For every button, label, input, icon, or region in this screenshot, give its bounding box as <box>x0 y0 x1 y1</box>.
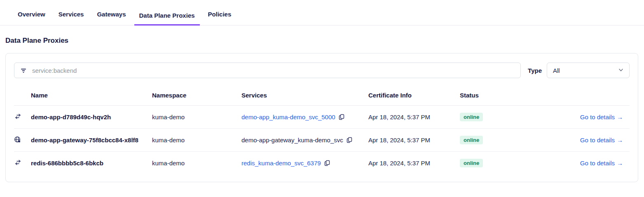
proxy-icon <box>14 159 22 166</box>
copy-icon[interactable] <box>324 160 330 166</box>
column-header-icon <box>14 84 31 106</box>
tab-bar: Overview Services Gateways Data Plane Pr… <box>0 0 644 25</box>
column-header-namespace: Namespace <box>152 84 241 106</box>
filter-input-wrapper <box>14 63 521 78</box>
proxy-name: demo-app-d789d49c-hqv2h <box>31 106 152 129</box>
gateway-globe-icon <box>14 136 21 143</box>
go-to-details-link[interactable]: Go to details→ <box>580 160 623 167</box>
proxy-icon <box>14 113 22 120</box>
arrow-right-icon: → <box>617 137 623 144</box>
tab-data-plane-proxies[interactable]: Data Plane Proxies <box>134 12 200 25</box>
certificate-info: Apr 18, 2024, 5:37 PM <box>368 152 460 175</box>
table-row: redis-686bbbb5c8-6bkcb kuma-demo redis_k… <box>14 152 630 175</box>
column-header-services: Services <box>241 84 368 106</box>
column-header-details <box>526 84 630 106</box>
column-header-status: Status <box>460 84 526 106</box>
certificate-info: Apr 18, 2024, 5:37 PM <box>368 129 460 152</box>
service-link[interactable]: demo-app_kuma-demo_svc_5000 <box>241 114 335 121</box>
page-title: Data Plane Proxies <box>5 37 644 45</box>
table-row: demo-app-d789d49c-hqv2h kuma-demo demo-a… <box>14 106 630 129</box>
tab-overview[interactable]: Overview <box>13 11 50 25</box>
tab-policies[interactable]: Policies <box>203 11 237 25</box>
proxy-name: redis-686bbbb5c8-6bkcb <box>31 152 152 175</box>
table-row: demo-app-gateway-75f8cbcc84-x8lf8 kuma-d… <box>14 129 630 152</box>
column-header-certificate-info: Certificate Info <box>368 84 460 106</box>
tab-services[interactable]: Services <box>54 11 89 25</box>
service-name: demo-app-gateway_kuma-demo_svc <box>241 137 343 144</box>
table-header-row: Name Namespace Services Certificate Info… <box>14 84 630 106</box>
proxy-name: demo-app-gateway-75f8cbcc84-x8lf8 <box>31 129 152 152</box>
go-to-details-link[interactable]: Go to details→ <box>580 114 623 121</box>
status-badge: online <box>460 136 483 144</box>
filter-icon <box>20 67 27 74</box>
proxy-namespace: kuma-demo <box>152 106 241 129</box>
proxy-namespace: kuma-demo <box>152 129 241 152</box>
proxies-table: Name Namespace Services Certificate Info… <box>14 84 630 174</box>
type-select-value: All <box>553 67 560 74</box>
go-to-details-link[interactable]: Go to details→ <box>580 137 623 144</box>
data-plane-proxies-card: Type All Name Namespace Services Certifi… <box>5 53 638 182</box>
arrow-right-icon: → <box>617 160 623 167</box>
copy-icon[interactable] <box>339 114 344 120</box>
type-select[interactable]: All <box>547 63 630 78</box>
arrow-right-icon: → <box>617 114 623 121</box>
filter-input[interactable] <box>32 67 515 74</box>
chevron-down-icon <box>618 67 624 74</box>
proxy-namespace: kuma-demo <box>152 152 241 175</box>
status-badge: online <box>460 159 483 167</box>
status-badge: online <box>460 113 483 121</box>
type-label: Type <box>528 67 542 74</box>
filter-row: Type All <box>14 63 630 78</box>
service-link[interactable]: redis_kuma-demo_svc_6379 <box>241 160 321 167</box>
column-header-name: Name <box>31 84 152 106</box>
tab-gateways[interactable]: Gateways <box>92 11 131 25</box>
copy-icon[interactable] <box>347 137 352 143</box>
certificate-info: Apr 18, 2024, 5:37 PM <box>368 106 460 129</box>
